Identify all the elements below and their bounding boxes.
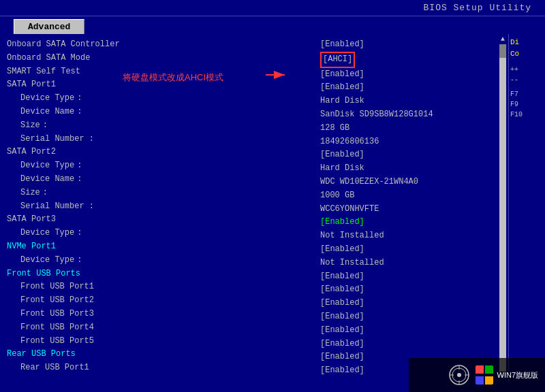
value-row: Not Installed bbox=[320, 257, 490, 270]
list-item[interactable]: Serial Number : bbox=[7, 200, 307, 214]
tab-advanced[interactable]: Advanced bbox=[14, 19, 84, 34]
list-item[interactable]: SATA Port2 bbox=[7, 146, 307, 159]
value-row: [Enabled] bbox=[320, 38, 490, 52]
bios-screen: BIOS Setup Utility Advanced Onboard SATA… bbox=[0, 0, 545, 392]
windows-flag-icon bbox=[476, 365, 495, 385]
value-row: 1000 GB bbox=[320, 189, 490, 203]
list-item[interactable]: Size : bbox=[7, 186, 307, 200]
list-item[interactable]: NVMe Port1 bbox=[7, 240, 307, 254]
title-bar: BIOS Setup Utility bbox=[0, 0, 545, 16]
list-item[interactable]: Front USB Port1 bbox=[7, 280, 307, 294]
value-row: WDC WD10EZEX-21WN4A0 bbox=[320, 176, 490, 189]
value-row: [Enabled] bbox=[320, 81, 490, 95]
right-panel: [Enabled] [AHCI] [Enabled] [Enabled] Har… bbox=[313, 34, 497, 382]
value-row: Hard Disk bbox=[320, 95, 490, 108]
win7-label: WIN7旗舰版 bbox=[497, 370, 539, 380]
value-row: [Enabled] bbox=[320, 216, 490, 229]
tab-bar: Advanced bbox=[0, 16, 545, 34]
value-row: [Enabled] bbox=[320, 270, 490, 284]
list-item[interactable]: Front USB Port4 bbox=[7, 321, 307, 335]
list-item: Device Name : bbox=[7, 105, 307, 119]
value-row: 128 GB bbox=[320, 122, 490, 135]
value-row: [Enabled] bbox=[320, 68, 490, 82]
value-row: 184926806136 bbox=[320, 135, 490, 149]
list-item[interactable]: Device Type : bbox=[7, 227, 307, 240]
win7-logo: WIN7旗舰版 bbox=[476, 365, 539, 385]
value-row: [Enabled] bbox=[320, 148, 490, 162]
list-item[interactable]: Device Type : bbox=[7, 159, 307, 173]
value-row: [Enabled] bbox=[320, 243, 490, 257]
scroll-track[interactable] bbox=[499, 44, 506, 372]
value-row: SanDisk SD9SB8W128G1014 bbox=[320, 108, 490, 122]
list-item[interactable]: Rear USB Port1 bbox=[7, 361, 307, 375]
value-row: [Enabled] bbox=[320, 338, 490, 351]
bios-title: BIOS Setup Utility bbox=[424, 3, 531, 13]
list-item[interactable]: Front USB Port2 bbox=[7, 294, 307, 308]
info-label-1: Di bbox=[510, 37, 544, 48]
list-item[interactable]: Serial Number : bbox=[7, 133, 307, 146]
value-row: Hard Disk bbox=[320, 162, 490, 176]
list-item[interactable]: Device Name : bbox=[7, 173, 307, 186]
value-row: [Enabled] bbox=[320, 283, 490, 297]
list-item[interactable]: Onboard SATA Controller bbox=[7, 38, 307, 52]
value-row-ahci[interactable]: [AHCI] bbox=[320, 52, 490, 68]
list-item[interactable]: Size : bbox=[7, 119, 307, 133]
value-row: [Enabled] bbox=[320, 297, 490, 310]
scrollbar[interactable]: ▲ ▼ bbox=[497, 34, 508, 382]
value-row: [Enabled] bbox=[320, 324, 490, 338]
list-item[interactable]: Front USB Port3 bbox=[7, 308, 307, 321]
list-item[interactable]: SATA Port3 bbox=[7, 213, 307, 227]
info-label-2: Co bbox=[510, 48, 544, 60]
shortcut-keys: ++ -- F7 F9 F10 bbox=[510, 65, 544, 120]
scroll-thumb[interactable] bbox=[499, 44, 506, 58]
list-item[interactable]: Device Type : bbox=[7, 254, 307, 267]
list-item[interactable]: Device Type : bbox=[7, 92, 307, 105]
annotation: 将硬盘模式改成AHCI模式 bbox=[123, 71, 223, 84]
compass-icon bbox=[448, 364, 470, 386]
list-item[interactable]: Front USB Port5 bbox=[7, 335, 307, 348]
value-row: WCC6YONHVFTE bbox=[320, 203, 490, 216]
svg-point-8 bbox=[457, 373, 461, 377]
value-row: Not Installed bbox=[320, 229, 490, 243]
value-row: [Enabled] bbox=[320, 310, 490, 324]
annotation-arrow bbox=[129, 61, 286, 88]
list-item[interactable]: Rear USB Ports bbox=[7, 348, 307, 361]
list-item[interactable]: Front USB Ports bbox=[7, 267, 307, 281]
info-panel: Di Co ++ -- F7 F9 F10 bbox=[508, 34, 545, 382]
watermark-bar: WIN7旗舰版 bbox=[409, 358, 545, 392]
scroll-up-button[interactable]: ▲ bbox=[501, 35, 505, 43]
